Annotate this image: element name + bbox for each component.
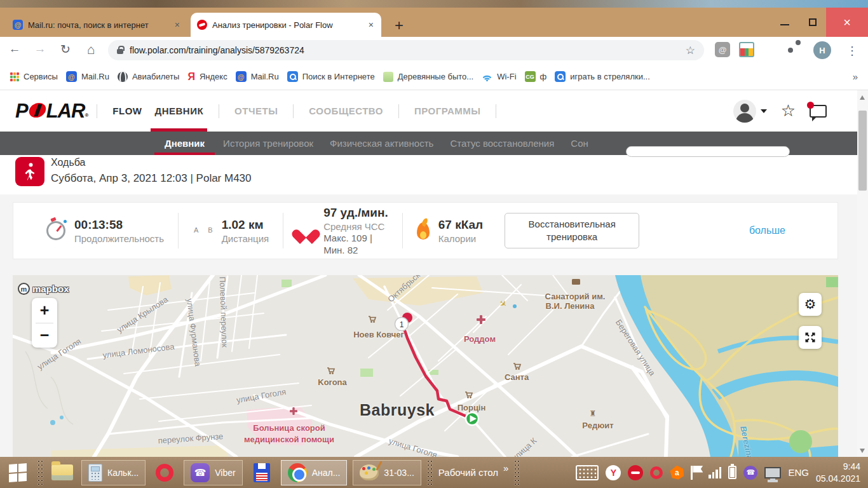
- visual-bookmarks-extension-icon[interactable]: [739, 42, 754, 57]
- map-fullscreen-button[interactable]: [799, 326, 822, 349]
- viber-tray-icon[interactable]: ☎: [743, 466, 757, 480]
- reload-icon[interactable]: ↻: [57, 42, 74, 57]
- bookmark-star-icon[interactable]: ☆: [686, 44, 695, 57]
- toolbar-overflow-chevron[interactable]: »: [503, 463, 508, 473]
- divider: [178, 213, 179, 248]
- globe-icon: [118, 72, 128, 82]
- zoom-in-button[interactable]: +: [32, 298, 57, 323]
- route-start-marker[interactable]: [466, 412, 478, 425]
- bookmark-internet-search[interactable]: Поиск в Интернете: [287, 71, 375, 82]
- subnav-diary[interactable]: Дневник: [154, 132, 215, 155]
- taskbar-chrome-button[interactable]: Анал...: [281, 460, 348, 485]
- profile-avatar[interactable]: H: [813, 41, 831, 59]
- poi-label: Роддом: [464, 334, 496, 344]
- bookmark-cg[interactable]: CGф: [525, 71, 547, 82]
- walking-sport-icon: [15, 157, 44, 186]
- favorites-star-icon[interactable]: ☆: [781, 101, 796, 121]
- window-maximize-button[interactable]: [799, 8, 826, 37]
- tab-close-icon[interactable]: ×: [367, 20, 375, 30]
- nav-community[interactable]: СООБЩЕСТВО: [302, 90, 390, 132]
- subnav-recovery-status[interactable]: Статус восстановления: [442, 132, 562, 155]
- back-icon[interactable]: ←: [6, 42, 23, 56]
- opera-icon[interactable]: [151, 460, 178, 485]
- taskbar-clock[interactable]: 9:44 05.04.2021: [816, 461, 860, 484]
- avast-icon[interactable]: a: [670, 466, 684, 480]
- bookmark-wifi[interactable]: Wi-Fi: [482, 72, 516, 81]
- bookmarks-overflow-chevron[interactable]: »: [853, 71, 858, 82]
- scrollbar-thumb[interactable]: [858, 111, 867, 191]
- search-input[interactable]: [626, 146, 790, 157]
- battery-icon[interactable]: [728, 466, 736, 479]
- nav-diary[interactable]: ДНЕВНИК: [148, 90, 210, 132]
- url-text[interactable]: flow.polar.com/training/analysis/5879263…: [130, 45, 679, 55]
- taskbar-calculator-button[interactable]: Кальк...: [81, 460, 146, 485]
- clock-date: 05.04.2021: [816, 473, 860, 484]
- polar-logo[interactable]: PLAR®: [15, 100, 88, 123]
- training-summary-card: 00:13:58 Продолжительность AB 1.02 км Ди…: [13, 202, 838, 259]
- map-canvas[interactable]: 1: [13, 275, 838, 457]
- display-tray-icon[interactable]: [764, 467, 781, 478]
- user-menu[interactable]: [733, 100, 767, 123]
- scroll-down-arrow[interactable]: [860, 449, 865, 453]
- tab-title: Анализ тренировки - Polar Flow: [212, 20, 362, 30]
- taskbar-paint-button[interactable]: 31-03...: [353, 460, 421, 485]
- training-datetime: Суббота, Апр 3, 2021 12:03 | Polar M430: [51, 172, 252, 185]
- map-settings-button[interactable]: ⚙: [799, 293, 822, 316]
- window-minimize-button[interactable]: [770, 8, 799, 37]
- address-bar[interactable]: flow.polar.com/training/analysis/5879263…: [108, 40, 704, 60]
- subnav-physical-activity[interactable]: Физическая активность: [322, 132, 442, 155]
- desktop-toolbar[interactable]: Рабочий стол »: [438, 463, 509, 482]
- maximize-icon: [809, 18, 817, 26]
- polar-flowsync-icon[interactable]: [628, 465, 643, 480]
- divider: [293, 104, 294, 118]
- training-benefit-button[interactable]: Восстановительная тренировка: [505, 213, 639, 248]
- start-button[interactable]: [9, 463, 27, 482]
- action-center-flag-icon[interactable]: [691, 466, 693, 480]
- subnav-training-history[interactable]: История тренировок: [215, 132, 322, 155]
- nav-reports[interactable]: ОТЧЕТЫ: [228, 90, 284, 132]
- file-explorer-icon[interactable]: [49, 460, 76, 485]
- toolbar-grip[interactable]: [37, 460, 43, 485]
- more-link[interactable]: больше: [749, 225, 785, 236]
- network-signal-icon[interactable]: [709, 467, 721, 478]
- desktop-wallpaper-strip: [0, 0, 868, 8]
- bookmark-avia[interactable]: Авиабилеты: [118, 72, 179, 82]
- opera-tray-icon[interactable]: [650, 466, 663, 479]
- toolbar-grip[interactable]: [514, 460, 520, 485]
- new-tab-button[interactable]: +: [390, 17, 408, 34]
- bookmark-mailru-2[interactable]: @Mail.Ru: [236, 71, 279, 82]
- subnav-sleep[interactable]: Сон: [562, 132, 596, 155]
- tab-close-icon[interactable]: ×: [173, 20, 181, 30]
- browser-menu-icon[interactable]: ⋮: [846, 44, 858, 58]
- scroll-up-arrow[interactable]: [860, 95, 865, 100]
- calories-label: Калории: [438, 233, 483, 244]
- heart-icon: [297, 224, 315, 240]
- bookmark-wooden[interactable]: Деревянные быто...: [383, 72, 474, 82]
- notifications-chat-icon[interactable]: [810, 105, 827, 118]
- bookmark-services[interactable]: Сервисы: [10, 72, 58, 81]
- bookmark-shooter-games[interactable]: играть в стрелялки...: [555, 71, 650, 82]
- browser-toolbar: ← → ↻ ⌂ flow.polar.com/training/analysis…: [0, 37, 868, 64]
- fortress-icon: ♜: [590, 409, 597, 418]
- tab-mailru[interactable]: @ Mail.ru: почта, поиск в интернет ×: [6, 14, 187, 36]
- database-app-icon[interactable]: [248, 460, 275, 485]
- mailru-extension-icon[interactable]: @: [715, 42, 730, 57]
- toolbar-grip[interactable]: [427, 460, 433, 485]
- nav-programs[interactable]: ПРОГРАММЫ: [408, 90, 487, 132]
- tab-polar-flow[interactable]: Анализ тренировки - Polar Flow ×: [191, 13, 381, 37]
- yandex-tray-icon[interactable]: Y: [606, 465, 621, 480]
- zoom-out-button[interactable]: −: [32, 323, 57, 348]
- browser-titlebar: @ Mail.ru: почта, поиск в интернет × Ана…: [0, 8, 868, 37]
- window-close-button[interactable]: ×: [826, 8, 868, 37]
- route-map[interactable]: 1 улица Крылова Полевой переулок улица Ф…: [13, 275, 838, 457]
- search-icon: [555, 71, 566, 82]
- bookmark-mailru[interactable]: @Mail.Ru: [66, 71, 109, 82]
- touch-keyboard-icon[interactable]: [576, 465, 599, 480]
- taskbar-viber-button[interactable]: ☎ Viber: [184, 460, 242, 485]
- bookmark-yandex[interactable]: ЯЯндекс: [187, 71, 227, 83]
- forward-icon[interactable]: →: [32, 42, 48, 56]
- cg-icon: CG: [525, 71, 536, 82]
- home-icon[interactable]: ⌂: [83, 42, 99, 57]
- page-scrollbar[interactable]: [857, 90, 868, 457]
- language-indicator[interactable]: ENG: [788, 467, 809, 478]
